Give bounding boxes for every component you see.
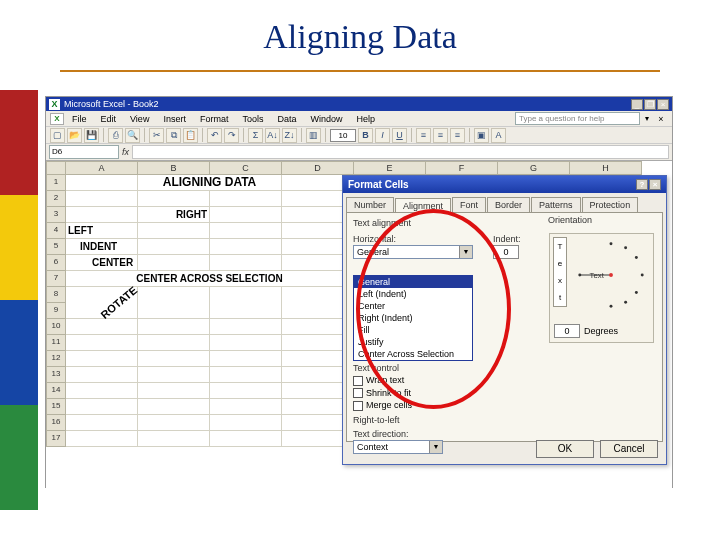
shrink-checkbox[interactable]: [353, 388, 363, 398]
menu-window[interactable]: Window: [304, 114, 348, 124]
cell[interactable]: [66, 383, 138, 399]
menu-format[interactable]: Format: [194, 114, 235, 124]
orientation-dial[interactable]: Text: [572, 236, 650, 314]
list-item[interactable]: Right (Indent): [354, 312, 472, 324]
col-header[interactable]: E: [354, 161, 426, 175]
row-header[interactable]: 11: [46, 335, 66, 351]
horizontal-dropdown[interactable]: General ▼: [353, 245, 473, 259]
cell[interactable]: [138, 255, 210, 271]
copy-icon[interactable]: ⧉: [166, 128, 181, 143]
merge-checkbox[interactable]: [353, 401, 363, 411]
font-color-icon[interactable]: A: [491, 128, 506, 143]
row-header[interactable]: 3: [46, 207, 66, 223]
row-header[interactable]: 6: [46, 255, 66, 271]
cell[interactable]: [210, 415, 282, 431]
cell[interactable]: [66, 431, 138, 447]
cell[interactable]: [138, 431, 210, 447]
row-header[interactable]: 12: [46, 351, 66, 367]
cell[interactable]: [210, 351, 282, 367]
cell[interactable]: [210, 431, 282, 447]
col-header[interactable]: G: [498, 161, 570, 175]
cell[interactable]: [210, 207, 282, 223]
sort-desc-icon[interactable]: Z↓: [282, 128, 297, 143]
cell[interactable]: [210, 191, 282, 207]
menu-help[interactable]: Help: [350, 114, 381, 124]
menu-view[interactable]: View: [124, 114, 155, 124]
restore-button[interactable]: ❐: [644, 99, 656, 110]
row-header[interactable]: 2: [46, 191, 66, 207]
formula-bar[interactable]: [132, 145, 669, 159]
menu-edit[interactable]: Edit: [95, 114, 123, 124]
cell[interactable]: [138, 399, 210, 415]
undo-icon[interactable]: ↶: [207, 128, 222, 143]
print-icon[interactable]: ⎙: [108, 128, 123, 143]
cell[interactable]: [66, 415, 138, 431]
cell[interactable]: [138, 303, 210, 319]
cell[interactable]: [210, 303, 282, 319]
new-icon[interactable]: ▢: [50, 128, 65, 143]
list-item[interactable]: Left (Indent): [354, 288, 472, 300]
align-center-icon[interactable]: ≡: [433, 128, 448, 143]
italic-icon[interactable]: I: [375, 128, 390, 143]
redo-icon[interactable]: ↷: [224, 128, 239, 143]
cell-center-across[interactable]: CENTER ACROSS SELECTION: [66, 271, 354, 287]
cell[interactable]: [66, 191, 138, 207]
menu-tools[interactable]: Tools: [236, 114, 269, 124]
cell[interactable]: [138, 239, 210, 255]
fill-color-icon[interactable]: ▣: [474, 128, 489, 143]
orientation-vertical[interactable]: T e x t: [553, 237, 567, 307]
col-header[interactable]: D: [282, 161, 354, 175]
tab-number[interactable]: Number: [346, 197, 394, 212]
select-all-corner[interactable]: [46, 161, 66, 175]
paste-icon[interactable]: 📋: [183, 128, 198, 143]
cell[interactable]: [210, 383, 282, 399]
row-header[interactable]: 16: [46, 415, 66, 431]
preview-icon[interactable]: 🔍: [125, 128, 140, 143]
tab-protection[interactable]: Protection: [582, 197, 639, 212]
row-header[interactable]: 4: [46, 223, 66, 239]
cell[interactable]: [138, 367, 210, 383]
cell-title[interactable]: ALIGNING DATA: [138, 175, 282, 191]
name-box[interactable]: D6: [49, 145, 119, 159]
cell[interactable]: [138, 351, 210, 367]
row-header[interactable]: 15: [46, 399, 66, 415]
row-header[interactable]: 7: [46, 271, 66, 287]
align-left-icon[interactable]: ≡: [416, 128, 431, 143]
text-direction-dropdown[interactable]: Context ▼: [353, 440, 443, 454]
doc-close-button[interactable]: ×: [654, 114, 668, 124]
cell-indent[interactable]: INDENT: [66, 239, 138, 255]
cell[interactable]: [210, 239, 282, 255]
menu-data[interactable]: Data: [271, 114, 302, 124]
font-size-input[interactable]: 10: [330, 129, 356, 142]
cell[interactable]: [210, 319, 282, 335]
cell[interactable]: [66, 319, 138, 335]
cell[interactable]: [66, 335, 138, 351]
cell-center[interactable]: CENTER: [66, 255, 138, 271]
row-header[interactable]: 9: [46, 303, 66, 319]
row-header[interactable]: 5: [46, 239, 66, 255]
cell[interactable]: [138, 415, 210, 431]
cell[interactable]: [66, 399, 138, 415]
cell[interactable]: [210, 367, 282, 383]
cancel-button[interactable]: Cancel: [600, 440, 658, 458]
autosum-icon[interactable]: Σ: [248, 128, 263, 143]
ok-button[interactable]: OK: [536, 440, 594, 458]
cell[interactable]: [66, 351, 138, 367]
cell[interactable]: [210, 255, 282, 271]
sort-asc-icon[interactable]: A↓: [265, 128, 280, 143]
cell[interactable]: [66, 175, 138, 191]
close-button[interactable]: ×: [657, 99, 669, 110]
menu-file[interactable]: File: [66, 114, 93, 124]
list-item[interactable]: General: [354, 276, 472, 288]
fx-icon[interactable]: fx: [122, 147, 129, 157]
cut-icon[interactable]: ✂: [149, 128, 164, 143]
open-icon[interactable]: 📂: [67, 128, 82, 143]
cell[interactable]: [66, 207, 138, 223]
col-header[interactable]: B: [138, 161, 210, 175]
cell-right[interactable]: RIGHT: [138, 207, 210, 223]
cell[interactable]: [138, 319, 210, 335]
cell[interactable]: [138, 335, 210, 351]
col-header[interactable]: F: [426, 161, 498, 175]
underline-icon[interactable]: U: [392, 128, 407, 143]
list-item[interactable]: Justify: [354, 336, 472, 348]
